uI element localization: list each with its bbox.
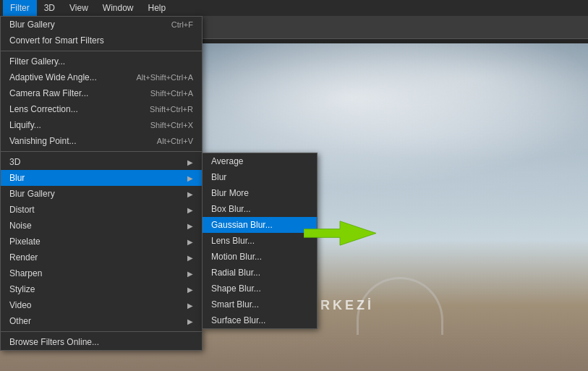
blur-average-item[interactable]: Average <box>203 153 317 169</box>
filter-blur-item[interactable]: Blur ▶ <box>1 170 202 186</box>
filter-noise-item[interactable]: Noise ▶ <box>1 218 202 234</box>
vanishing-point-item[interactable]: Vanishing Point... Alt+Ctrl+V <box>1 133 202 149</box>
menu-view[interactable]: View <box>62 0 95 16</box>
green-arrow-indicator <box>304 217 376 250</box>
submenu-arrow-distort: ▶ <box>187 206 193 214</box>
submenu-arrow-render: ▶ <box>187 254 193 262</box>
filter-other-item[interactable]: Other ▶ <box>1 313 202 329</box>
smart-blur-item[interactable]: Smart Blur... <box>203 297 317 312</box>
filter-dropdown: Blur Gallery Ctrl+F Convert for Smart Fi… <box>0 16 203 351</box>
filter-convert-smart-item[interactable]: Convert for Smart Filters <box>1 33 202 48</box>
filter-pixelate-item[interactable]: Pixelate ▶ <box>1 234 202 250</box>
filter-blur-gallery-item[interactable]: Blur Gallery Ctrl+F <box>1 17 202 33</box>
separator-1 <box>1 51 202 51</box>
svg-marker-0 <box>304 221 376 245</box>
radial-blur-item[interactable]: Radial Blur... <box>203 265 317 281</box>
shape-blur-item[interactable]: Shape Blur... <box>203 281 317 297</box>
menubar: Filter 3D View Window Help <box>0 0 588 16</box>
browse-filters-item[interactable]: Browse Filters Online... <box>1 334 202 350</box>
blur-blur-item[interactable]: Blur <box>203 169 317 185</box>
lens-blur-item[interactable]: Lens Blur... <box>203 233 317 249</box>
surface-blur-item[interactable]: Surface Blur... <box>203 312 317 328</box>
submenu-arrow-blur-gallery: ▶ <box>187 190 193 198</box>
liquify-item[interactable]: Liquify... Shift+Ctrl+X <box>1 117 202 133</box>
submenu-arrow-video: ▶ <box>187 302 193 310</box>
submenu-arrow-stylize: ▶ <box>187 286 193 294</box>
menu-filter[interactable]: Filter <box>3 0 37 16</box>
filter-blur-gallery-sub-item[interactable]: Blur Gallery ▶ <box>1 186 202 202</box>
filter-stylize-item[interactable]: Stylize ▶ <box>1 281 202 297</box>
camera-raw-item[interactable]: Camera Raw Filter... Shift+Ctrl+A <box>1 85 202 101</box>
filter-3d-item[interactable]: 3D ▶ <box>1 154 202 170</box>
blur-submenu: Average Blur Blur More Box Blur... Gauss… <box>202 153 318 329</box>
blur-more-item[interactable]: Blur More <box>203 185 317 201</box>
filter-sharpen-item[interactable]: Sharpen ▶ <box>1 265 202 281</box>
submenu-arrow-blur: ▶ <box>187 174 193 182</box>
submenu-arrow-sharpen: ▶ <box>187 270 193 278</box>
motion-blur-item[interactable]: Motion Blur... <box>203 249 317 265</box>
submenu-arrow-pixelate: ▶ <box>187 238 193 246</box>
menu-window[interactable]: Window <box>95 0 141 16</box>
submenu-arrow-noise: ▶ <box>187 222 193 230</box>
submenu-arrow-other: ▶ <box>187 317 193 325</box>
filter-video-item[interactable]: Video ▶ <box>1 297 202 313</box>
lens-correction-item[interactable]: Lens Correction... Shift+Ctrl+R <box>1 101 202 117</box>
separator-2 <box>1 151 202 152</box>
gaussian-blur-item[interactable]: Gaussian Blur... <box>203 217 317 233</box>
adaptive-wide-item[interactable]: Adaptive Wide Angle... Alt+Shift+Ctrl+A <box>1 69 202 85</box>
filter-gallery-item[interactable]: Filter Gallery... <box>1 54 202 69</box>
filter-render-item[interactable]: Render ▶ <box>1 250 202 265</box>
filter-distort-item[interactable]: Distort ▶ <box>1 202 202 218</box>
menu-3d[interactable]: 3D <box>37 0 62 16</box>
submenu-arrow-3d: ▶ <box>187 158 193 166</box>
menu-help[interactable]: Help <box>141 0 174 16</box>
separator-3 <box>1 331 202 332</box>
box-blur-item[interactable]: Box Blur... <box>203 201 317 217</box>
